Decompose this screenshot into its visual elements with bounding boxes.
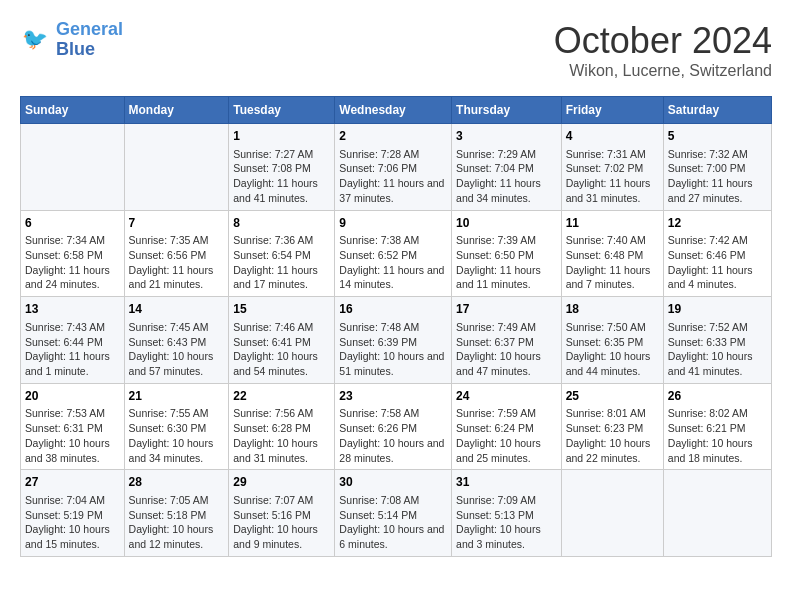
header-monday: Monday (124, 97, 229, 124)
day-info: Sunrise: 7:38 AMSunset: 6:52 PMDaylight:… (339, 233, 447, 292)
calendar-cell: 19Sunrise: 7:52 AMSunset: 6:33 PMDayligh… (663, 297, 771, 384)
calendar-cell: 6Sunrise: 7:34 AMSunset: 6:58 PMDaylight… (21, 210, 125, 297)
day-number: 5 (668, 128, 767, 145)
day-number: 26 (668, 388, 767, 405)
day-number: 15 (233, 301, 330, 318)
day-number: 12 (668, 215, 767, 232)
calendar-cell (21, 124, 125, 211)
logo: 🐦 General Blue (20, 20, 123, 60)
day-number: 13 (25, 301, 120, 318)
calendar-cell: 28Sunrise: 7:05 AMSunset: 5:18 PMDayligh… (124, 470, 229, 557)
day-number: 11 (566, 215, 659, 232)
day-number: 29 (233, 474, 330, 491)
day-info: Sunrise: 7:40 AMSunset: 6:48 PMDaylight:… (566, 233, 659, 292)
calendar-cell: 7Sunrise: 7:35 AMSunset: 6:56 PMDaylight… (124, 210, 229, 297)
svg-text:🐦: 🐦 (22, 26, 48, 52)
calendar-week-row: 20Sunrise: 7:53 AMSunset: 6:31 PMDayligh… (21, 383, 772, 470)
calendar-cell: 20Sunrise: 7:53 AMSunset: 6:31 PMDayligh… (21, 383, 125, 470)
day-number: 10 (456, 215, 557, 232)
calendar-cell: 17Sunrise: 7:49 AMSunset: 6:37 PMDayligh… (452, 297, 562, 384)
day-number: 6 (25, 215, 120, 232)
day-info: Sunrise: 7:55 AMSunset: 6:30 PMDaylight:… (129, 406, 225, 465)
day-number: 31 (456, 474, 557, 491)
day-number: 3 (456, 128, 557, 145)
calendar-cell: 22Sunrise: 7:56 AMSunset: 6:28 PMDayligh… (229, 383, 335, 470)
day-info: Sunrise: 8:01 AMSunset: 6:23 PMDaylight:… (566, 406, 659, 465)
header-wednesday: Wednesday (335, 97, 452, 124)
calendar-cell (124, 124, 229, 211)
logo-icon: 🐦 (20, 24, 52, 56)
day-info: Sunrise: 7:36 AMSunset: 6:54 PMDaylight:… (233, 233, 330, 292)
day-number: 7 (129, 215, 225, 232)
day-number: 14 (129, 301, 225, 318)
day-number: 4 (566, 128, 659, 145)
day-info: Sunrise: 7:28 AMSunset: 7:06 PMDaylight:… (339, 147, 447, 206)
calendar-cell: 15Sunrise: 7:46 AMSunset: 6:41 PMDayligh… (229, 297, 335, 384)
logo-text: General Blue (56, 20, 123, 60)
calendar-cell: 30Sunrise: 7:08 AMSunset: 5:14 PMDayligh… (335, 470, 452, 557)
day-info: Sunrise: 7:58 AMSunset: 6:26 PMDaylight:… (339, 406, 447, 465)
calendar-cell: 27Sunrise: 7:04 AMSunset: 5:19 PMDayligh… (21, 470, 125, 557)
day-info: Sunrise: 7:56 AMSunset: 6:28 PMDaylight:… (233, 406, 330, 465)
calendar-week-row: 1Sunrise: 7:27 AMSunset: 7:08 PMDaylight… (21, 124, 772, 211)
title-block: October 2024 Wikon, Lucerne, Switzerland (554, 20, 772, 80)
day-info: Sunrise: 7:42 AMSunset: 6:46 PMDaylight:… (668, 233, 767, 292)
calendar-cell: 23Sunrise: 7:58 AMSunset: 6:26 PMDayligh… (335, 383, 452, 470)
calendar-cell: 4Sunrise: 7:31 AMSunset: 7:02 PMDaylight… (561, 124, 663, 211)
day-number: 1 (233, 128, 330, 145)
day-number: 21 (129, 388, 225, 405)
calendar-cell (663, 470, 771, 557)
day-info: Sunrise: 7:46 AMSunset: 6:41 PMDaylight:… (233, 320, 330, 379)
calendar-cell (561, 470, 663, 557)
calendar-cell: 2Sunrise: 7:28 AMSunset: 7:06 PMDaylight… (335, 124, 452, 211)
day-info: Sunrise: 7:39 AMSunset: 6:50 PMDaylight:… (456, 233, 557, 292)
calendar-cell: 21Sunrise: 7:55 AMSunset: 6:30 PMDayligh… (124, 383, 229, 470)
calendar-cell: 10Sunrise: 7:39 AMSunset: 6:50 PMDayligh… (452, 210, 562, 297)
day-number: 9 (339, 215, 447, 232)
day-info: Sunrise: 7:53 AMSunset: 6:31 PMDaylight:… (25, 406, 120, 465)
day-number: 22 (233, 388, 330, 405)
month-title: October 2024 (554, 20, 772, 62)
day-info: Sunrise: 7:59 AMSunset: 6:24 PMDaylight:… (456, 406, 557, 465)
day-info: Sunrise: 7:52 AMSunset: 6:33 PMDaylight:… (668, 320, 767, 379)
day-info: Sunrise: 8:02 AMSunset: 6:21 PMDaylight:… (668, 406, 767, 465)
day-number: 24 (456, 388, 557, 405)
calendar-cell: 26Sunrise: 8:02 AMSunset: 6:21 PMDayligh… (663, 383, 771, 470)
calendar-cell: 3Sunrise: 7:29 AMSunset: 7:04 PMDaylight… (452, 124, 562, 211)
calendar-cell: 25Sunrise: 8:01 AMSunset: 6:23 PMDayligh… (561, 383, 663, 470)
day-number: 25 (566, 388, 659, 405)
day-info: Sunrise: 7:45 AMSunset: 6:43 PMDaylight:… (129, 320, 225, 379)
calendar-cell: 1Sunrise: 7:27 AMSunset: 7:08 PMDaylight… (229, 124, 335, 211)
calendar-cell: 24Sunrise: 7:59 AMSunset: 6:24 PMDayligh… (452, 383, 562, 470)
calendar-cell: 11Sunrise: 7:40 AMSunset: 6:48 PMDayligh… (561, 210, 663, 297)
header-thursday: Thursday (452, 97, 562, 124)
header-sunday: Sunday (21, 97, 125, 124)
calendar-cell: 8Sunrise: 7:36 AMSunset: 6:54 PMDaylight… (229, 210, 335, 297)
day-info: Sunrise: 7:04 AMSunset: 5:19 PMDaylight:… (25, 493, 120, 552)
calendar-cell: 5Sunrise: 7:32 AMSunset: 7:00 PMDaylight… (663, 124, 771, 211)
day-info: Sunrise: 7:31 AMSunset: 7:02 PMDaylight:… (566, 147, 659, 206)
day-number: 17 (456, 301, 557, 318)
day-info: Sunrise: 7:48 AMSunset: 6:39 PMDaylight:… (339, 320, 447, 379)
day-number: 18 (566, 301, 659, 318)
day-info: Sunrise: 7:27 AMSunset: 7:08 PMDaylight:… (233, 147, 330, 206)
calendar-cell: 31Sunrise: 7:09 AMSunset: 5:13 PMDayligh… (452, 470, 562, 557)
header-tuesday: Tuesday (229, 97, 335, 124)
calendar-table: SundayMondayTuesdayWednesdayThursdayFrid… (20, 96, 772, 557)
day-info: Sunrise: 7:43 AMSunset: 6:44 PMDaylight:… (25, 320, 120, 379)
day-info: Sunrise: 7:08 AMSunset: 5:14 PMDaylight:… (339, 493, 447, 552)
page-header: 🐦 General Blue October 2024 Wikon, Lucer… (20, 20, 772, 80)
day-number: 27 (25, 474, 120, 491)
day-number: 28 (129, 474, 225, 491)
calendar-cell: 9Sunrise: 7:38 AMSunset: 6:52 PMDaylight… (335, 210, 452, 297)
calendar-cell: 12Sunrise: 7:42 AMSunset: 6:46 PMDayligh… (663, 210, 771, 297)
day-number: 23 (339, 388, 447, 405)
day-info: Sunrise: 7:09 AMSunset: 5:13 PMDaylight:… (456, 493, 557, 552)
calendar-cell: 16Sunrise: 7:48 AMSunset: 6:39 PMDayligh… (335, 297, 452, 384)
header-saturday: Saturday (663, 97, 771, 124)
day-number: 19 (668, 301, 767, 318)
day-info: Sunrise: 7:34 AMSunset: 6:58 PMDaylight:… (25, 233, 120, 292)
day-info: Sunrise: 7:49 AMSunset: 6:37 PMDaylight:… (456, 320, 557, 379)
header-friday: Friday (561, 97, 663, 124)
calendar-week-row: 6Sunrise: 7:34 AMSunset: 6:58 PMDaylight… (21, 210, 772, 297)
